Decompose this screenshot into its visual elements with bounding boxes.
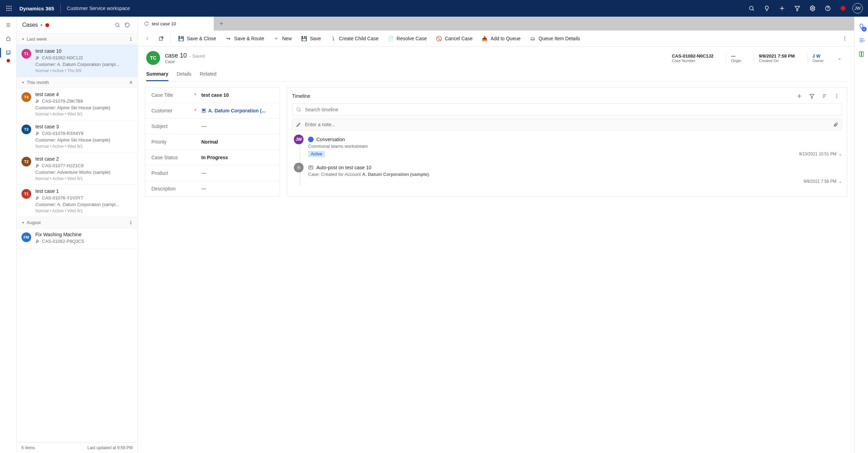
more-icon[interactable]	[839, 33, 851, 44]
entity-label: Case	[165, 59, 205, 64]
add-queue-button[interactable]: 📥Add to Queue	[478, 34, 524, 43]
search-icon[interactable]	[745, 0, 759, 17]
case-meta: Normal • Active • Wed 9/1	[35, 144, 133, 149]
case-customer: Customer: A. Datum Corporation (sampl...	[35, 62, 133, 67]
cases-panel-footer: 6 items Last updated at 9:59 PM	[17, 442, 138, 453]
resolve-button[interactable]: 📄Resolve Case	[384, 34, 430, 43]
chevron-down-icon[interactable]: ⌄	[839, 179, 842, 184]
add-icon[interactable]	[794, 91, 805, 101]
field-product[interactable]: Product ---	[145, 165, 280, 181]
svg-rect-33	[203, 110, 204, 111]
cases-updated: Last updated at 9:59 PM	[87, 445, 133, 450]
svg-point-44	[297, 108, 300, 111]
timeline-item-title: Auto-post on test case 10	[316, 165, 371, 170]
tab-summary[interactable]: Summary	[146, 68, 168, 81]
field-case-title[interactable]: Case Title * test case 10	[145, 87, 280, 103]
help-icon[interactable]	[821, 0, 835, 17]
home-icon[interactable]	[0, 32, 17, 46]
svg-point-7	[8, 10, 9, 11]
command-bar: 💾Save & Close ↪Save & Route ＋New 💾Save ⤵…	[138, 31, 854, 47]
back-icon[interactable]	[141, 33, 153, 44]
hamburger-icon[interactable]	[0, 18, 17, 32]
case-group-header[interactable]: ▾This month4	[17, 77, 138, 88]
timeline-avatar	[294, 163, 304, 172]
open-new-window-icon[interactable]	[155, 33, 167, 44]
save-button[interactable]: 💾Save	[297, 34, 324, 43]
knowledge-icon[interactable]	[854, 47, 868, 61]
smart-assist-icon[interactable]: 4	[854, 19, 868, 33]
filter-icon[interactable]	[790, 0, 804, 17]
timeline-item[interactable]: JWConversationCommunal teams workstreamA…	[308, 134, 842, 162]
sort-icon[interactable]	[819, 91, 830, 101]
case-item[interactable]: T4test case 4CAS-01079-Z8K7B8Customer: A…	[17, 88, 138, 120]
app-launcher-icon[interactable]	[4, 3, 14, 13]
session-tabstrip: test case 10	[138, 17, 854, 31]
session-tab[interactable]: test case 10	[138, 17, 214, 31]
svg-marker-37	[810, 94, 814, 99]
brand-divider	[60, 3, 61, 13]
field-description[interactable]: Description ---	[145, 181, 280, 196]
refresh-icon[interactable]	[122, 20, 132, 30]
cancel-button[interactable]: 🚫Cancel Case	[432, 34, 476, 43]
timeline-search-input[interactable]	[304, 106, 838, 113]
add-tab-button[interactable]	[214, 17, 229, 31]
case-title: test case 3	[35, 124, 133, 129]
create-child-button[interactable]: ⤵Create Child Case	[326, 34, 382, 43]
cases-panel-header: Cases ▾	[17, 17, 138, 34]
timeline-note[interactable]: Enter a note...	[292, 119, 842, 130]
case-meta: Normal • Active • Thu 9/9	[35, 68, 133, 73]
timeline-search[interactable]	[292, 103, 842, 116]
search-icon[interactable]	[113, 20, 122, 30]
cancel-icon: 🚫	[436, 36, 442, 41]
case-item[interactable]: FMFix Washing MachineCAS-01062-P8Q3C5	[17, 228, 138, 249]
inbox-icon[interactable]	[0, 46, 17, 60]
tab-related[interactable]: Related	[200, 68, 217, 81]
productivity-pane-icon[interactable]	[854, 33, 868, 47]
case-title: Fix Washing Machine	[35, 232, 133, 237]
case-number: CAS-01082-N0C1J2	[35, 55, 133, 60]
app-name-label: Customer Service workspace	[67, 6, 130, 11]
chevron-down-icon[interactable]: ⌄	[839, 152, 842, 156]
queue-details-button[interactable]: 🗂Queue Item Details	[526, 34, 584, 43]
timeline-item[interactable]: Auto-post on test case 10Case: Created f…	[308, 162, 842, 189]
filter-icon[interactable]	[807, 91, 817, 101]
group-count: 1	[130, 220, 132, 225]
case-group-header[interactable]: ▾Last week1	[17, 34, 138, 45]
case-item[interactable]: T1test case 1CAS-01076-Y1V3Y7Customer: A…	[17, 185, 138, 217]
tab-details[interactable]: Details	[177, 68, 192, 81]
field-subject[interactable]: Subject ---	[145, 119, 280, 134]
chevron-down-icon: ▾	[22, 80, 24, 84]
case-avatar: T1	[21, 189, 31, 199]
case-avatar: T2	[21, 157, 31, 166]
case-item[interactable]: T3test case 3CAS-01078-R3X4Y8Customer: A…	[17, 120, 138, 153]
field-priority[interactable]: Priority Normal	[145, 134, 280, 150]
user-avatar[interactable]: JW	[851, 0, 865, 17]
svg-point-14	[812, 8, 814, 9]
resolve-icon: 📄	[388, 36, 394, 41]
attach-icon[interactable]	[833, 122, 838, 127]
case-group-header[interactable]: ▾August1	[17, 217, 138, 228]
lightbulb-icon[interactable]	[760, 0, 774, 17]
svg-point-1	[8, 6, 9, 7]
chevron-down-icon[interactable]: ⌄	[833, 55, 846, 61]
case-item[interactable]: T2test case 2CAS-01077-H2Z1C9Customer: A…	[17, 153, 138, 185]
save-close-button[interactable]: 💾Save & Close	[174, 34, 220, 43]
new-button[interactable]: ＋New	[270, 33, 295, 44]
chevron-down-icon[interactable]: ▾	[41, 23, 43, 27]
gear-icon[interactable]	[806, 0, 819, 17]
add-icon[interactable]	[775, 0, 789, 17]
case-number: CAS-01079-Z8K7B8	[35, 99, 133, 104]
svg-point-8	[10, 10, 11, 11]
save-route-button[interactable]: ↪Save & Route	[222, 34, 268, 43]
group-label: This month	[27, 80, 49, 85]
stat-owner[interactable]: J W	[813, 53, 824, 59]
more-icon[interactable]	[832, 91, 842, 101]
field-case-status[interactable]: Case Status In Progress	[145, 150, 280, 165]
case-item[interactable]: T1test case 10CAS-01082-N0C1J2Customer: …	[17, 45, 138, 77]
field-customer[interactable]: Customer * A. Datum Corporation (...	[145, 103, 280, 119]
svg-marker-13	[795, 6, 800, 11]
cases-panel-title[interactable]: Cases	[22, 22, 38, 28]
case-meta: Normal • Active • Wed 9/1	[35, 112, 133, 117]
svg-rect-31	[203, 110, 204, 110]
case-number: CAS-01076-Y1V3Y7	[35, 195, 133, 200]
